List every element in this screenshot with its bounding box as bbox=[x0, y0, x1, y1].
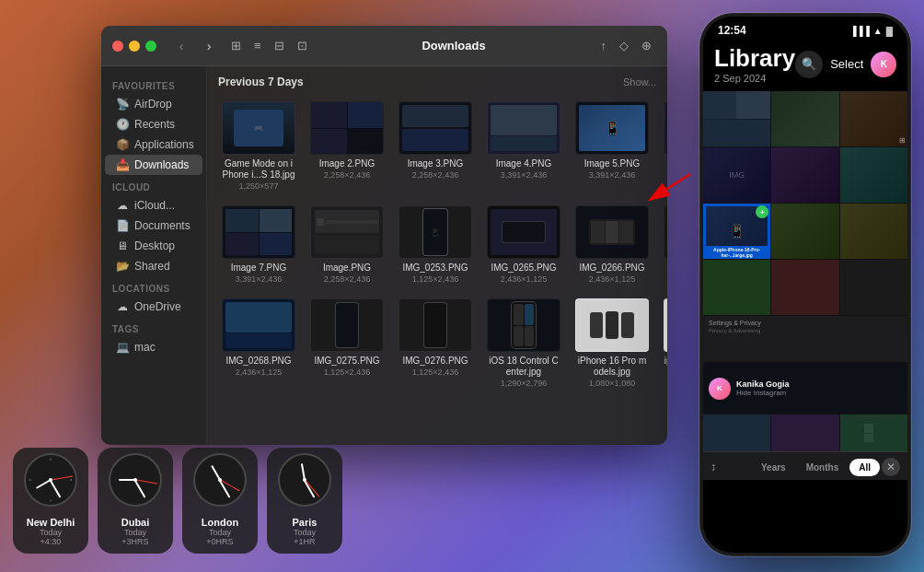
file-thumbnail bbox=[310, 298, 384, 352]
photo-cell[interactable] bbox=[771, 147, 838, 203]
user-avatar[interactable]: K bbox=[871, 52, 896, 77]
sidebar-item-airdrop[interactable]: 📡 AirDrop bbox=[105, 94, 202, 114]
column-view-btn[interactable]: ⊟ bbox=[270, 36, 289, 55]
sidebar-item-desktop[interactable]: 🖥 Desktop bbox=[105, 236, 202, 256]
clock-face-paris bbox=[278, 453, 331, 507]
file-item[interactable]: IMG_0267.PNG 2,436×1,125 bbox=[660, 202, 667, 287]
file-item[interactable]: iOS 18 Control Center.jpg 1,290×2,796 bbox=[483, 295, 564, 391]
file-item[interactable]: 📱 IMG_0253.PNG 1,125×2,436 bbox=[395, 202, 476, 287]
sidebar-item-recents[interactable]: 🕐 Recents bbox=[105, 114, 202, 134]
file-item[interactable]: Image.PNG 2,258×2,436 bbox=[306, 202, 387, 287]
photo-cell[interactable] bbox=[771, 414, 838, 451]
photo-cell[interactable]: IMG bbox=[703, 147, 770, 203]
sidebar-item-applications[interactable]: 📦 Applications bbox=[105, 134, 202, 155]
photo-cell[interactable] bbox=[840, 147, 907, 203]
show-button[interactable]: Show... bbox=[623, 76, 656, 88]
icon-view-btn[interactable]: ⊞ bbox=[226, 36, 246, 55]
photo-cell[interactable] bbox=[840, 204, 907, 259]
sidebar-item-icloud[interactable]: ☁ iCloud... bbox=[105, 195, 202, 216]
minimize-button[interactable] bbox=[129, 41, 140, 52]
file-name: IMG_0276.PNG bbox=[402, 356, 468, 367]
list-view-btn[interactable]: ≡ bbox=[249, 36, 266, 55]
file-item[interactable]: iPhone 16 Pro models.jpg 1,080×1,080 bbox=[572, 295, 653, 391]
sort-icon[interactable]: ↕ bbox=[710, 461, 716, 473]
close-button[interactable] bbox=[112, 41, 123, 52]
sidebar-item-mac[interactable]: 💻 mac bbox=[105, 337, 202, 357]
file-thumbnail bbox=[664, 101, 667, 155]
photo-cell[interactable] bbox=[703, 91, 770, 146]
search-icon-circle[interactable]: 🔍 bbox=[795, 51, 823, 78]
file-item[interactable]: iphone-16-pro-finish-s...EA.webp 600×600 bbox=[660, 295, 667, 391]
file-name: Image 5.PNG bbox=[584, 158, 641, 169]
icloud-label: iCloud... bbox=[134, 199, 175, 212]
airdrop-icon: 📡 bbox=[116, 98, 129, 111]
traffic-lights bbox=[112, 41, 156, 52]
sidebar-item-downloads[interactable]: 📥 Downloads bbox=[105, 155, 202, 175]
gallery-view-btn[interactable]: ⊡ bbox=[293, 36, 312, 55]
clock-face-london bbox=[193, 453, 247, 507]
photo-cell[interactable] bbox=[840, 414, 907, 451]
clock-offset: +0HRS bbox=[202, 537, 238, 546]
file-item[interactable]: IMG_0276.PNG 1,125×2,436 bbox=[395, 295, 476, 391]
photo-cell[interactable] bbox=[771, 91, 838, 146]
file-item[interactable]: Image 2.PNG 2,258×2,436 bbox=[306, 98, 387, 194]
file-dims: 1,080×1,080 bbox=[589, 379, 635, 388]
signal-icon: ▐▐▐ bbox=[850, 26, 870, 36]
photo-cell[interactable] bbox=[840, 260, 907, 315]
sidebar-item-shared[interactable]: 📂 Shared bbox=[105, 256, 202, 276]
clock-new-delhi: New Delhi Today +4:30 bbox=[13, 448, 88, 554]
library-title: Library bbox=[714, 44, 795, 73]
mac-icon: 💻 bbox=[116, 341, 129, 354]
finder-toolbar: ‹ › ⊞ ≡ ⊟ ⊡ Downloads ↑ ◇ ⊕ bbox=[101, 26, 667, 66]
file-item[interactable]: Image 3.PNG 2,258×2,436 bbox=[395, 98, 476, 194]
file-item[interactable]: Image 7.PNG 3,391×2,436 bbox=[218, 202, 299, 287]
fullscreen-button[interactable] bbox=[145, 41, 156, 52]
file-item[interactable]: IMG_0275.PNG 1,125×2,436 bbox=[306, 295, 387, 391]
minute-hand bbox=[134, 480, 145, 498]
file-item[interactable]: 🎮 Game Mode on iPhone i...S 18.jpg 1,250… bbox=[218, 98, 299, 194]
file-name: Image 7.PNG bbox=[231, 263, 287, 274]
file-dims: 1,250×577 bbox=[239, 181, 279, 191]
sidebar-item-documents[interactable]: 📄 Documents bbox=[105, 216, 202, 236]
photo-cell[interactable] bbox=[771, 260, 838, 315]
photo-cell[interactable] bbox=[703, 414, 770, 451]
months-tab[interactable]: Months bbox=[797, 459, 849, 476]
icloud-icon: ☁ bbox=[116, 199, 129, 212]
years-tab[interactable]: Years bbox=[752, 459, 795, 476]
tag-btn[interactable]: ◇ bbox=[615, 36, 633, 55]
iphone-bottom-tabs: ↕ Years Months All ✕ bbox=[703, 451, 907, 480]
forward-button[interactable]: › bbox=[199, 36, 219, 56]
documents-label: Documents bbox=[134, 219, 191, 232]
share-btn[interactable]: ↑ bbox=[596, 36, 612, 55]
sidebar-item-onedrive[interactable]: ☁ OneDrive bbox=[105, 297, 202, 317]
wifi-icon: ▲ bbox=[873, 26, 883, 36]
applications-label: Applications bbox=[134, 138, 194, 151]
more-btn[interactable]: ⊕ bbox=[637, 36, 656, 55]
clock-offset: +3HRS bbox=[121, 537, 150, 546]
file-thumbnail bbox=[575, 298, 649, 352]
file-item[interactable]: Image 4.PNG 3,391×2,436 bbox=[483, 98, 564, 194]
file-thumbnail bbox=[487, 298, 560, 352]
file-name: IMG_0265.PNG bbox=[491, 263, 556, 274]
photo-cell-highlighted[interactable]: 📱 + Apple-iPhone-16-Pro-her-...large.jpg bbox=[703, 204, 770, 259]
status-icons: ▐▐▐ ▲ ▓ bbox=[850, 26, 893, 36]
file-item[interactable]: IMG_0266.PNG 2,436×1,125 bbox=[572, 202, 653, 287]
clock-face-dubai bbox=[109, 453, 162, 507]
clock-offset: +4:30 bbox=[27, 537, 75, 546]
airdrop-label: AirDrop bbox=[134, 98, 172, 111]
locations-label: Locations bbox=[101, 276, 206, 297]
library-date: 2 Sep 2024 bbox=[714, 73, 795, 84]
file-item[interactable]: IMG_0265.PNG 2,436×1,125 bbox=[483, 202, 564, 287]
photo-cell[interactable] bbox=[703, 260, 770, 315]
finder-body: Favourites 📡 AirDrop 🕐 Recents 📦 Applica… bbox=[101, 66, 667, 445]
file-thumbnail bbox=[398, 298, 472, 352]
photo-cell[interactable] bbox=[771, 204, 838, 259]
file-thumbnail bbox=[310, 205, 384, 259]
select-button[interactable]: Select bbox=[830, 57, 863, 71]
close-photos-btn[interactable]: ✕ bbox=[882, 458, 900, 476]
photo-cell[interactable]: ⊞ bbox=[840, 91, 907, 146]
back-button[interactable]: ‹ bbox=[171, 36, 191, 56]
file-name: iPhone 16 Pro models.jpg bbox=[575, 356, 649, 378]
file-item[interactable]: IMG_0268.PNG 2,436×1,125 bbox=[218, 295, 299, 391]
all-tab[interactable]: All bbox=[849, 459, 880, 476]
